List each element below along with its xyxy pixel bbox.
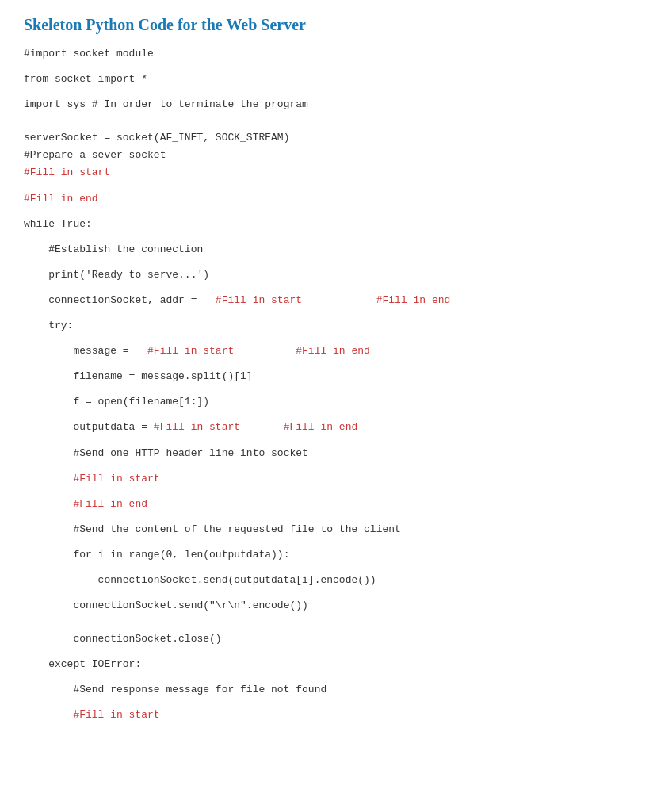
page-title: Skeleton Python Code for the Web Server <box>24 16 629 34</box>
code-line-1: #import socket module <box>24 45 629 63</box>
code-block: #import socket module from socket import… <box>24 45 629 725</box>
fill-start-4: #Fill in start <box>24 470 629 488</box>
fill-end-4: #Fill in end <box>24 496 629 513</box>
code-line-fill-1: #Fill in start <box>24 164 629 182</box>
code-line-17: for i in range(0, len(outputdata)): <box>24 546 629 564</box>
code-line-22: #Send response message for file not foun… <box>24 681 629 699</box>
fill-start-2: #Fill in start <box>147 345 234 357</box>
fill-end-3: #Fill in end <box>284 421 358 433</box>
fill-start-5: #Fill in start <box>24 707 629 724</box>
code-line-16: #Send the content of the requested file … <box>24 521 629 538</box>
code-line-19: connectionSocket.send("\r\n".encode()) <box>24 597 629 615</box>
code-line-8: print('Ready to serve...') <box>24 266 629 284</box>
code-line-18: connectionSocket.send(outputdata[i].enco… <box>24 572 629 589</box>
code-line-3: import sys # In order to terminate the p… <box>24 96 629 113</box>
fill-start-1: #Fill in start <box>216 294 302 306</box>
code-line-10: try: <box>24 317 629 335</box>
code-line-15: #Send one HTTP header line into socket <box>24 445 629 462</box>
fill-start-3: #Fill in start <box>154 421 240 433</box>
code-line-11: message = #Fill in start #Fill in end <box>24 343 629 360</box>
code-line-21: except IOError: <box>24 656 629 673</box>
code-line-6: while True: <box>24 216 629 233</box>
code-line-14: outputdata = #Fill in start #Fill in end <box>24 419 629 436</box>
code-line-7: #Establish the connection <box>24 241 629 259</box>
code-line-9: connectionSocket, addr = #Fill in start … <box>24 292 629 309</box>
code-line-13: f = open(filename[1:]) <box>24 393 629 411</box>
code-line-12: filename = message.split()[1] <box>24 368 629 385</box>
code-line-20: connectionSocket.close() <box>24 630 629 648</box>
code-line-4: serverSocket = socket(AF_INET, SOCK_STRE… <box>24 129 629 147</box>
code-line-fill-2: #Fill in end <box>24 190 629 208</box>
code-line-5: #Prepare a sever socket <box>24 147 629 164</box>
fill-end-2: #Fill in end <box>296 345 370 357</box>
fill-end-1: #Fill in end <box>376 294 451 306</box>
code-line-2: from socket import * <box>24 71 629 88</box>
